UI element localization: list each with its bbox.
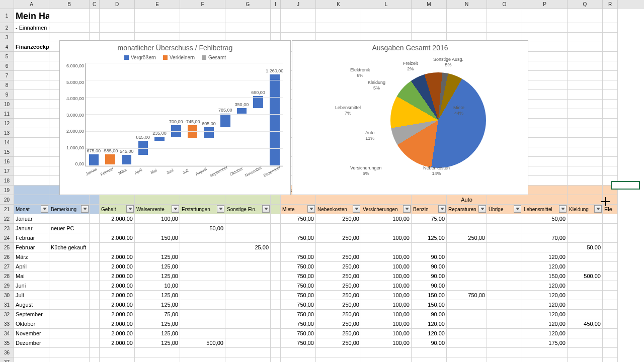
filter-dropdown-icon[interactable]	[514, 205, 521, 213]
row-header-5[interactable]: 5	[0, 52, 14, 61]
row-header-10[interactable]: 10	[0, 100, 14, 109]
filter-header[interactable]: Benzin	[412, 205, 447, 214]
filter-header[interactable]: Sonstige Ein.	[225, 205, 271, 214]
row-header-3[interactable]: 3	[0, 33, 14, 42]
row-header-35[interactable]: 35	[0, 338, 14, 348]
row-header-16[interactable]: 16	[0, 157, 14, 166]
row-headers: 1234567891011121314151617181920212223242…	[0, 9, 14, 362]
row-header-4[interactable]: 4	[0, 42, 14, 52]
chart-legend: Vergrößern Verkleinern Gesamt	[60, 55, 290, 63]
filter-header[interactable]: Versicherungen	[361, 205, 412, 214]
row-header-18[interactable]: 18	[0, 176, 14, 186]
col-header-O[interactable]: O	[487, 0, 522, 9]
col-header-P[interactable]: P	[522, 0, 568, 9]
filter-header[interactable]: Gehalt	[100, 205, 135, 214]
row-header-21[interactable]: 21	[0, 205, 14, 214]
row-header-11[interactable]: 11	[0, 109, 14, 119]
row-header-23[interactable]: 23	[0, 224, 14, 233]
filter-dropdown-icon[interactable]	[594, 205, 602, 213]
col-header-M[interactable]: M	[412, 0, 447, 9]
col-header-A[interactable]: A	[14, 0, 49, 9]
filter-header[interactable]: Bemerkung	[49, 205, 90, 214]
col-header-C[interactable]: C	[90, 0, 100, 9]
select-all-corner[interactable]	[0, 0, 14, 9]
col-header-Q[interactable]: Q	[568, 0, 603, 9]
row-header-26[interactable]: 26	[0, 252, 14, 262]
row-header-1[interactable]: 1	[0, 9, 14, 23]
filter-dropdown-icon[interactable]	[478, 205, 486, 213]
filter-dropdown-icon[interactable]	[262, 205, 270, 213]
selected-cell[interactable]	[611, 181, 640, 190]
row-header-7[interactable]: 7	[0, 71, 14, 80]
row-header-22[interactable]: 22	[0, 214, 14, 224]
filter-header[interactable]: Lebensmittel	[522, 205, 568, 214]
filter-header[interactable]: Erstattungen	[180, 205, 225, 214]
row-header-17[interactable]: 17	[0, 166, 14, 176]
filter-dropdown-icon[interactable]	[353, 205, 360, 213]
chart-waterfall[interactable]: monatlicher Überschuss / Fehlbetrag Verg…	[59, 40, 291, 195]
filter-dropdown-icon[interactable]	[438, 205, 446, 213]
col-header-I[interactable]: I	[271, 0, 281, 9]
row-header-12[interactable]: 12	[0, 119, 14, 128]
col-header-D[interactable]: D	[100, 0, 135, 9]
row-header-30[interactable]: 30	[0, 291, 14, 300]
filter-header[interactable]: Kleidung	[568, 205, 603, 214]
row-header-34[interactable]: 34	[0, 329, 14, 338]
spreadsheet: ABCDEFGIJKLMNOPQR 1234567891011121314151…	[0, 0, 644, 362]
filter-header[interactable]: Übrige	[487, 205, 522, 214]
filter-dropdown-icon[interactable]	[403, 205, 411, 213]
chart-title: Ausgaben Gesamt 2016	[292, 41, 528, 55]
row-header-8[interactable]: 8	[0, 80, 14, 90]
row-header-37[interactable]: 37	[0, 357, 14, 362]
row-header-13[interactable]: 13	[0, 128, 14, 138]
filter-header[interactable]: Waisenrente	[135, 205, 180, 214]
filter-dropdown-icon[interactable]	[217, 205, 224, 213]
row-header-27[interactable]: 27	[0, 262, 14, 272]
filter-header[interactable]: Nebenkosten	[316, 205, 361, 214]
row-header-32[interactable]: 32	[0, 310, 14, 319]
filter-header[interactable]: Monat	[14, 205, 49, 214]
row-header-20[interactable]: 20	[0, 195, 14, 205]
filter-dropdown-icon[interactable]	[559, 205, 567, 213]
chart-pie[interactable]: Ausgaben Gesamt 2016 Miete44%Nebenkosten…	[292, 40, 528, 195]
filter-dropdown-icon[interactable]	[41, 205, 48, 213]
chart-title: monatlicher Überschuss / Fehlbetrag	[60, 41, 290, 55]
row-header-31[interactable]: 31	[0, 300, 14, 310]
row-header-19[interactable]: 19	[0, 186, 14, 195]
col-header-B[interactable]: B	[49, 0, 90, 9]
row-header-6[interactable]: 6	[0, 61, 14, 71]
filter-header[interactable]: Reparaturen	[447, 205, 487, 214]
row-header-28[interactable]: 28	[0, 272, 14, 281]
row-header-2[interactable]: 2	[0, 23, 14, 33]
filter-dropdown-icon[interactable]	[172, 205, 179, 213]
row-header-9[interactable]: 9	[0, 90, 14, 100]
filter-dropdown-icon[interactable]	[126, 205, 134, 213]
col-header-R[interactable]: R	[603, 0, 618, 9]
row-header-14[interactable]: 14	[0, 138, 14, 147]
filter-header[interactable]: Miete	[281, 205, 316, 214]
col-header-G[interactable]: G	[225, 0, 271, 9]
row-header-25[interactable]: 25	[0, 243, 14, 252]
col-header-N[interactable]: N	[447, 0, 487, 9]
col-header-E[interactable]: E	[135, 0, 180, 9]
col-header-F[interactable]: F	[180, 0, 225, 9]
row-header-33[interactable]: 33	[0, 319, 14, 329]
filter-dropdown-icon[interactable]	[307, 205, 315, 213]
col-header-J[interactable]: J	[281, 0, 316, 9]
col-header-L[interactable]: L	[361, 0, 412, 9]
filter-dropdown-icon[interactable]	[81, 205, 89, 213]
row-header-24[interactable]: 24	[0, 233, 14, 243]
row-header-15[interactable]: 15	[0, 147, 14, 157]
row-header-29[interactable]: 29	[0, 281, 14, 291]
column-headers: ABCDEFGIJKLMNOPQR	[14, 0, 644, 9]
col-header-K[interactable]: K	[316, 0, 361, 9]
row-header-36[interactable]: 36	[0, 348, 14, 357]
